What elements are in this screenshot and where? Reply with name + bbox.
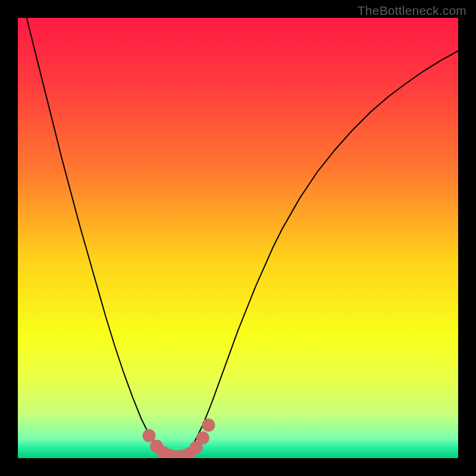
highlight-dot xyxy=(196,431,209,444)
watermark-text: TheBottleneck.com xyxy=(358,4,466,18)
plot-area xyxy=(18,18,458,458)
chart-frame: TheBottleneck.com xyxy=(0,0,476,476)
chart-svg xyxy=(18,18,458,458)
highlight-dot xyxy=(143,429,156,442)
highlight-dot xyxy=(202,419,215,432)
gradient-bg xyxy=(18,18,458,458)
